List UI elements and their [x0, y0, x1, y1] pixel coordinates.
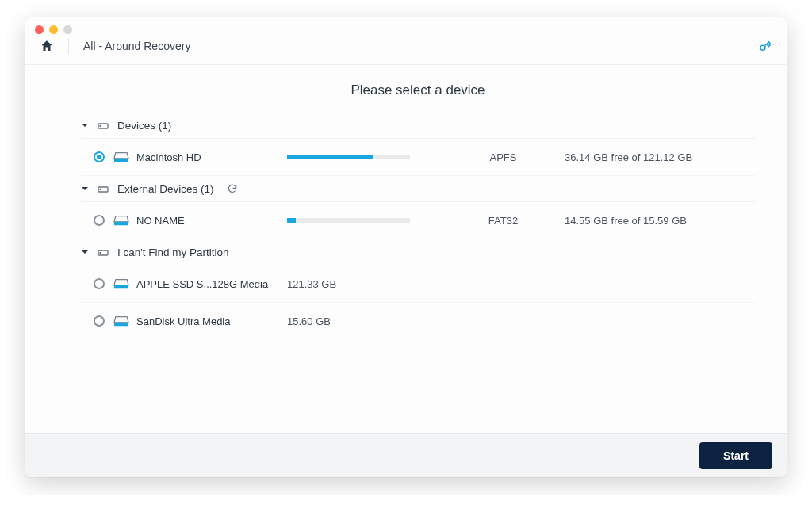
device-row[interactable]: SanDisk Ultra Media 15.60 GB	[81, 303, 755, 339]
disk-icon	[97, 119, 109, 132]
disk-icon	[97, 246, 109, 258]
device-free: 14.55 GB free of 15.59 GB	[565, 215, 755, 227]
device-size: 121.33 GB	[287, 278, 442, 290]
refresh-icon[interactable]	[227, 183, 238, 194]
group-header-external[interactable]: External Devices (1)	[81, 176, 755, 202]
disk-icon	[97, 182, 109, 195]
device-row[interactable]: NO NAME FAT32 14.55 GB free of 15.59 GB	[81, 202, 755, 239]
group-header-lost-partition[interactable]: I can't Find my Partition	[81, 239, 755, 265]
usage-bar	[287, 218, 410, 223]
group-header-devices[interactable]: Devices (1)	[81, 113, 755, 139]
svg-rect-9	[114, 285, 128, 289]
radio-selected[interactable]	[94, 151, 105, 162]
svg-point-5	[100, 189, 101, 189]
device-name: Macintosh HD	[136, 151, 287, 163]
start-button[interactable]: Start	[699, 442, 772, 469]
svg-rect-10	[114, 323, 128, 327]
device-size: 15.60 GB	[287, 315, 442, 327]
footer: Start	[25, 433, 787, 477]
chevron-down-icon	[81, 248, 89, 256]
window-close-icon[interactable]	[35, 25, 44, 34]
chevron-down-icon	[81, 121, 89, 129]
group-label: External Devices (1)	[117, 183, 214, 195]
usage-bar	[287, 155, 410, 159]
home-icon[interactable]	[40, 39, 54, 53]
device-fs: FAT32	[442, 215, 565, 227]
toolbar-divider	[68, 38, 69, 54]
radio-unselected[interactable]	[94, 315, 105, 327]
drive-icon	[113, 314, 130, 328]
device-name: NO NAME	[136, 215, 287, 227]
group-label: Devices (1)	[117, 120, 171, 132]
drive-icon	[113, 150, 130, 164]
svg-rect-6	[114, 222, 128, 226]
breadcrumb: All - Around Recovery	[83, 40, 190, 52]
app-window: All - Around Recovery Please select a de…	[25, 17, 787, 477]
toolbar: All - Around Recovery	[25, 27, 787, 65]
window-traffic-lights	[35, 25, 72, 34]
page-title: Please select a device	[81, 82, 755, 98]
window-zoom-icon[interactable]	[63, 25, 72, 34]
group-label: I can't Find my Partition	[117, 246, 229, 258]
svg-point-8	[100, 252, 101, 253]
device-name: SanDisk Ultra Media	[136, 315, 287, 327]
device-fs: APFS	[442, 151, 565, 163]
drive-icon	[113, 213, 130, 227]
device-row[interactable]: APPLE SSD S...128G Media 121.33 GB	[81, 265, 755, 303]
drive-icon	[113, 277, 130, 291]
chevron-down-icon	[81, 185, 89, 193]
svg-point-2	[100, 125, 101, 126]
svg-point-0	[760, 45, 765, 50]
content-area: Please select a device Devices (1) Macin…	[25, 65, 787, 433]
device-name: APPLE SSD S...128G Media	[136, 278, 287, 290]
radio-unselected[interactable]	[94, 215, 105, 226]
svg-rect-3	[114, 159, 128, 162]
key-icon[interactable]	[758, 39, 772, 53]
window-minimize-icon[interactable]	[49, 25, 58, 34]
radio-unselected[interactable]	[94, 278, 105, 289]
device-free: 36.14 GB free of 121.12 GB	[565, 151, 755, 163]
device-row[interactable]: Macintosh HD APFS 36.14 GB free of 121.1…	[81, 139, 755, 176]
